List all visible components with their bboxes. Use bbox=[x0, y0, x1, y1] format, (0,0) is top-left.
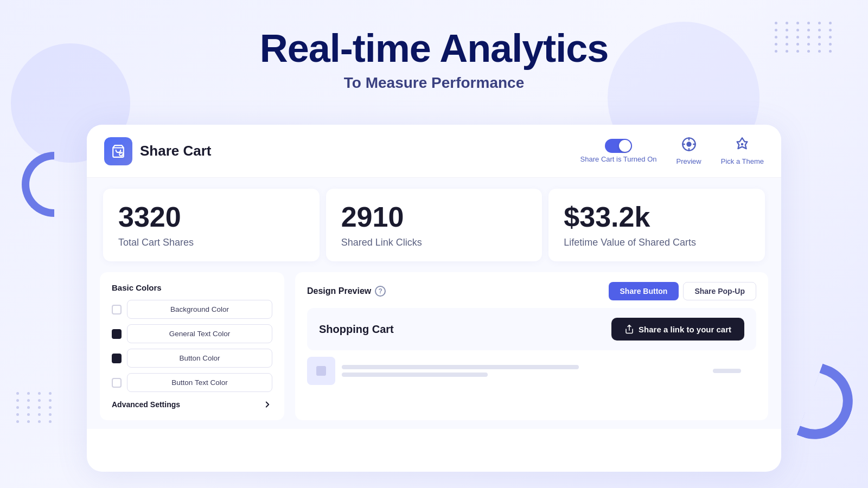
line-2 bbox=[342, 373, 488, 377]
share-cart-toggle-item[interactable]: Share Cart is Turned On bbox=[580, 139, 657, 163]
preview-label: Preview bbox=[676, 157, 701, 165]
preview-icon bbox=[681, 137, 697, 155]
help-icon: ? bbox=[375, 286, 386, 297]
colors-panel-title: Basic Colors bbox=[112, 283, 272, 292]
cart-items-preview bbox=[307, 357, 756, 385]
preview-header: Design Preview ? Share Button Share Pop-… bbox=[307, 282, 756, 300]
preview-title: Design Preview ? bbox=[307, 286, 386, 297]
advanced-settings-label: Advanced Settings bbox=[112, 400, 180, 409]
svg-rect-5 bbox=[316, 366, 326, 376]
preview-tabs: Share Button Share Pop-Up bbox=[609, 282, 756, 300]
bg-hook-right bbox=[796, 364, 863, 450]
color-checkbox-2[interactable] bbox=[112, 354, 122, 363]
bg-hook-left bbox=[22, 152, 54, 217]
stat-label-2: Lifetime Value of Shared Carts bbox=[564, 237, 750, 248]
cart-item-price-1 bbox=[713, 357, 756, 385]
page-title: Real-time Analytics bbox=[0, 27, 868, 70]
color-checkbox-0[interactable] bbox=[112, 305, 122, 314]
share-link-button[interactable]: Share a link to your cart bbox=[611, 318, 744, 341]
general-text-color-btn[interactable]: General Text Color bbox=[127, 324, 272, 343]
stat-value-2: $33.2k bbox=[564, 202, 750, 233]
color-row-1: General Text Color bbox=[112, 324, 272, 343]
color-checkbox-1[interactable] bbox=[112, 329, 122, 339]
brand-icon bbox=[104, 137, 132, 165]
button-text-color-btn[interactable]: Button Text Color bbox=[127, 373, 272, 392]
color-checkbox-3[interactable] bbox=[112, 378, 122, 388]
cart-item-lines-1 bbox=[342, 357, 706, 385]
stat-card-1: 2910 Shared Link Clicks bbox=[326, 189, 542, 261]
stat-label-0: Total Cart Shares bbox=[118, 237, 304, 248]
brand-name: Share Cart bbox=[140, 143, 212, 159]
toggle-label: Share Cart is Turned On bbox=[580, 155, 657, 163]
stat-label-1: Shared Link Clicks bbox=[341, 237, 527, 248]
design-preview-panel: Design Preview ? Share Button Share Pop-… bbox=[295, 272, 768, 420]
advanced-settings[interactable]: Advanced Settings bbox=[112, 400, 272, 409]
svg-point-4 bbox=[741, 143, 744, 146]
preview-title-text: Design Preview bbox=[307, 286, 371, 296]
stat-value-1: 2910 bbox=[341, 202, 527, 233]
stat-card-2: $33.2k Lifetime Value of Shared Carts bbox=[548, 189, 765, 261]
bg-dots-bottom-left bbox=[16, 392, 55, 423]
color-row-0: Background Color bbox=[112, 300, 272, 319]
tab-share-popup[interactable]: Share Pop-Up bbox=[683, 282, 756, 300]
theme-label: Pick a Theme bbox=[721, 157, 764, 165]
color-row-3: Button Text Color bbox=[112, 373, 272, 392]
bottom-section: Basic Colors Background Color General Te… bbox=[87, 272, 781, 429]
cart-preview-title: Shopping Cart bbox=[319, 323, 394, 336]
colors-panel: Basic Colors Background Color General Te… bbox=[100, 272, 284, 420]
preview-action[interactable]: Preview bbox=[676, 137, 701, 165]
page-subtitle: To Measure Performance bbox=[0, 74, 868, 92]
theme-action[interactable]: Pick a Theme bbox=[721, 137, 764, 165]
shopping-cart-preview: Shopping Cart Share a link to your cart bbox=[307, 308, 756, 350]
page-header: Real-time Analytics To Measure Performan… bbox=[0, 0, 868, 92]
share-cart-toggle[interactable] bbox=[605, 139, 632, 153]
card-header: Share Cart Share Cart is Turned On Previ… bbox=[87, 125, 781, 178]
share-link-btn-label: Share a link to your cart bbox=[639, 325, 731, 334]
main-card: Share Cart Share Cart is Turned On Previ… bbox=[87, 125, 781, 472]
button-color-btn[interactable]: Button Color bbox=[127, 349, 272, 368]
card-actions: Share Cart is Turned On Preview bbox=[580, 137, 764, 165]
cart-item-thumb-1 bbox=[307, 357, 335, 385]
line-1 bbox=[342, 365, 579, 369]
stats-row: 3320 Total Cart Shares 2910 Shared Link … bbox=[87, 178, 781, 272]
tab-share-button[interactable]: Share Button bbox=[609, 282, 679, 300]
color-row-2: Button Color bbox=[112, 349, 272, 368]
stat-card-0: 3320 Total Cart Shares bbox=[103, 189, 320, 261]
price-line-1 bbox=[713, 369, 741, 373]
theme-icon bbox=[735, 137, 750, 155]
svg-point-3 bbox=[686, 142, 691, 146]
stat-value-0: 3320 bbox=[118, 202, 304, 233]
brand-section: Share Cart bbox=[104, 137, 212, 165]
background-color-btn[interactable]: Background Color bbox=[127, 300, 272, 319]
